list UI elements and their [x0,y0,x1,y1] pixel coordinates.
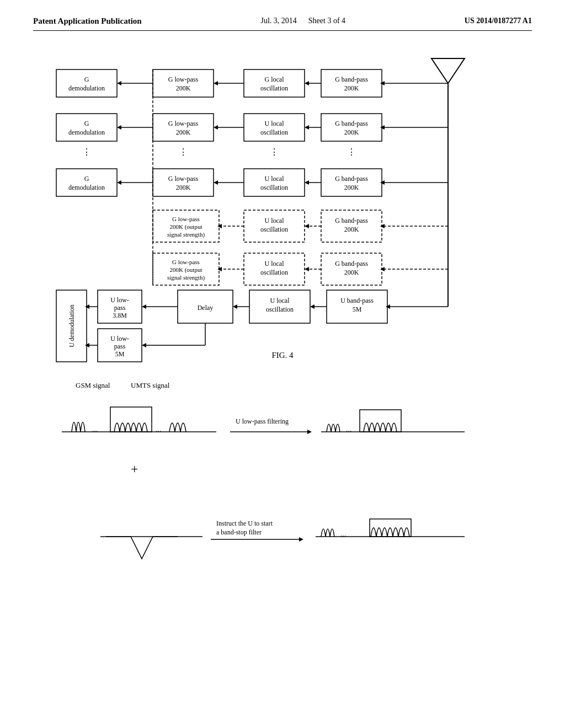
svg-text:⋮: ⋮ [179,147,188,157]
svg-text:oscillation: oscillation [266,306,294,313]
svg-text:U low-pass filtering: U low-pass filtering [236,417,289,425]
page: Patent Application Publication Jul. 3, 2… [0,0,565,728]
svg-text:⋮: ⋮ [82,147,91,157]
svg-text:oscillation: oscillation [260,129,288,136]
svg-marker-98 [217,267,222,271]
svg-rect-28 [244,114,305,141]
svg-marker-7 [380,81,385,85]
svg-rect-57 [153,169,214,196]
svg-marker-56 [305,180,309,185]
svg-text:pass: pass [114,342,126,350]
svg-text:200K (output: 200K (output [170,223,202,231]
header-publication-label: Patent Application Publication [33,17,142,26]
fig5-diagram: GSM signal UMTS signal ··· ··· U low-pas… [45,377,520,614]
fig5-container: GSM signal UMTS signal ··· ··· U low-pas… [45,377,520,629]
svg-text:U band-pass: U band-pass [340,297,374,304]
svg-rect-23 [321,114,382,141]
svg-text:···: ··· [92,427,98,436]
svg-text:U low-: U low- [110,296,129,304]
page-header: Patent Application Publication Jul. 3, 2… [33,17,532,31]
fig4-diagram: G band-pass 200K G local oscillation G l… [45,53,520,345]
svg-text:200K: 200K [176,84,191,92]
svg-text:demodulation: demodulation [68,129,105,136]
header-date-sheet: Jul. 3, 2014 Sheet 3 of 4 [260,17,345,25]
antenna-icon [431,58,465,83]
svg-text:200K: 200K [344,84,359,92]
svg-text:⋮: ⋮ [347,147,356,157]
svg-marker-42 [117,125,121,130]
svg-marker-32 [305,125,309,130]
header-sheet: Sheet 3 of 4 [308,17,345,25]
svg-rect-52 [244,169,305,196]
svg-text:G low-pass: G low-pass [168,120,199,127]
header-date: Jul. 3, 2014 [260,17,296,25]
svg-text:pass: pass [114,304,126,312]
svg-text:U low-: U low- [110,335,129,342]
svg-text:oscillation: oscillation [260,184,288,191]
svg-text:U local: U local [265,260,285,267]
svg-text:G low-pass: G low-pass [172,259,200,265]
svg-marker-92 [305,267,309,271]
svg-text:200K: 200K [176,184,191,191]
svg-text:G local: G local [265,76,285,83]
svg-text:G low-pass: G low-pass [168,76,199,83]
svg-marker-148 [299,537,303,542]
fig5-svg: GSM signal UMTS signal ··· ··· U low-pas… [45,377,520,608]
svg-marker-119 [386,304,390,309]
svg-text:5M: 5M [115,350,125,358]
svg-rect-47 [321,169,382,196]
svg-text:···: ··· [156,427,162,436]
svg-text:G: G [84,120,89,127]
svg-rect-33 [153,114,214,141]
svg-marker-76 [305,224,309,228]
svg-text:U demodulation: U demodulation [68,304,76,347]
svg-text:G: G [84,175,89,183]
svg-marker-66 [117,180,121,185]
svg-text:G band-pass: G band-pass [335,175,368,183]
svg-text:5M: 5M [353,306,362,313]
svg-marker-121 [310,304,315,309]
svg-marker-61 [214,180,218,185]
svg-text:G band-pass: G band-pass [335,120,368,127]
svg-rect-18 [56,69,117,97]
svg-marker-132 [142,343,146,347]
svg-text:⋮: ⋮ [270,147,279,157]
fig4-svg: G band-pass 200K G local oscillation G l… [45,53,520,351]
svg-rect-8 [244,69,305,97]
svg-text:U local: U local [265,217,285,224]
svg-text:Delay: Delay [198,304,214,312]
fig4-container: G band-pass 200K G local oscillation G l… [45,53,520,360]
svg-marker-37 [214,125,218,130]
svg-marker-123 [233,304,237,309]
header-patent-number: US 2014/0187277 A1 [465,17,532,25]
svg-text:3.8M: 3.8M [113,312,127,319]
svg-marker-87 [380,267,385,271]
svg-text:oscillation: oscillation [260,84,288,92]
svg-text:G band-pass: G band-pass [335,217,368,224]
svg-text:G low-pass: G low-pass [168,175,199,183]
svg-rect-38 [56,114,117,141]
svg-marker-125 [142,304,146,309]
svg-marker-127 [85,304,89,309]
svg-marker-82 [217,224,222,228]
svg-text:+: + [131,462,138,476]
svg-text:demodulation: demodulation [68,184,105,191]
umts-label: UMTS signal [131,381,170,389]
svg-text:U local: U local [265,120,285,127]
svg-text:G band-pass: G band-pass [335,260,368,267]
svg-marker-51 [380,180,385,185]
svg-text:Instruct the U to start: Instruct the U to start [216,520,273,527]
svg-text:G band-pass: G band-pass [335,76,368,83]
svg-text:200K: 200K [344,226,359,233]
svg-rect-13 [153,69,214,97]
svg-text:200K: 200K [344,129,359,136]
svg-text:G: G [84,76,89,83]
svg-rect-2 [321,69,382,97]
svg-text:demodulation: demodulation [68,84,105,92]
svg-marker-71 [380,224,385,228]
svg-text:U local: U local [265,175,285,183]
svg-marker-12 [305,81,309,85]
svg-text:···: ··· [340,532,347,540]
svg-text:200K: 200K [344,269,359,276]
svg-text:···: ··· [346,427,352,436]
